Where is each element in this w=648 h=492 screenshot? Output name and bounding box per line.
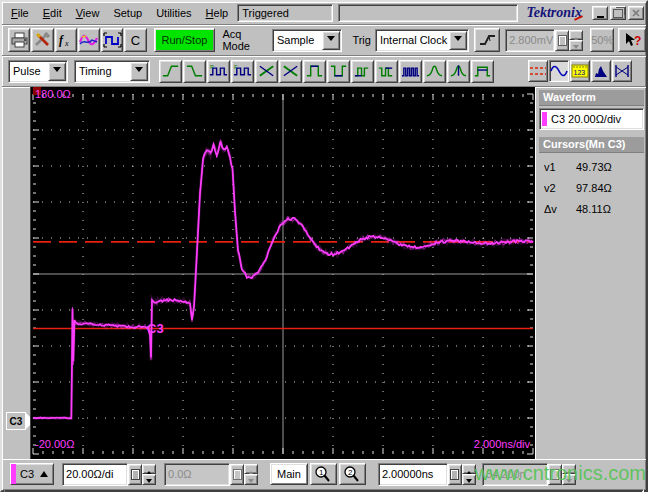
burst-button[interactable] [399, 60, 422, 83]
help-pointer-icon: ? [623, 32, 642, 48]
trig-source-value: Internal Clock [380, 34, 449, 46]
edge-rise-button[interactable] [159, 60, 182, 83]
trig-source-select[interactable]: Internal Clock [375, 29, 469, 52]
run-stop-button[interactable]: Run/Stop [154, 28, 216, 52]
fx-icon: f x [56, 32, 75, 48]
timebase-up-button[interactable] [462, 464, 476, 475]
menu-setup[interactable]: Setup [106, 4, 149, 22]
cursor-readout-v2: v297.84Ω [539, 177, 644, 198]
waveform-edit-button[interactable] [78, 28, 100, 52]
signal-type-dropdown-icon[interactable] [48, 62, 66, 81]
print-button[interactable] [8, 28, 30, 52]
measurement-button[interactable]: 123 [570, 60, 590, 82]
svg-text:x: x [64, 39, 69, 48]
pulse-negative-icon [329, 63, 348, 79]
burst-icon [401, 63, 420, 79]
menu-view[interactable]: View [69, 4, 107, 22]
mag2-button[interactable]: 2 [339, 463, 366, 485]
pulse-flat-top-button[interactable] [471, 60, 494, 83]
timebase-keypad-button[interactable] [448, 464, 462, 485]
menu-edit[interactable]: Edit [36, 4, 69, 22]
clear-button[interactable]: C [124, 28, 146, 52]
scope-display[interactable]: 180.0Ω -20.00Ω 2.000ns/div C3 [30, 87, 535, 459]
waveform-display-icon [550, 63, 568, 79]
menu-file[interactable]: File [4, 4, 36, 22]
position-percent-button[interactable]: 50% [590, 28, 614, 52]
pulse-edit-button[interactable] [101, 28, 123, 52]
cursors-icon [529, 63, 547, 79]
cross-fall-icon [281, 63, 300, 79]
measure-class-select[interactable]: Timing [74, 60, 150, 83]
trig-dropdown-icon[interactable] [449, 31, 467, 50]
trigger-status-text: Triggered [242, 7, 289, 19]
peak-tagged-button[interactable] [447, 60, 470, 83]
delay-field[interactable]: 34.200n [482, 463, 548, 486]
svg-text:?: ? [634, 34, 641, 48]
context-help-button[interactable]: ? [618, 28, 646, 52]
waveform-display-button[interactable] [549, 60, 569, 82]
close-button[interactable] [628, 6, 644, 20]
main-timebase-button[interactable]: Main [270, 463, 308, 485]
pulse-train-f-button[interactable]: F [231, 60, 254, 83]
vertical-offset-up-button[interactable] [244, 464, 258, 475]
vertical-offset-field[interactable]: 0.0Ω [164, 463, 230, 486]
acq-mode-select[interactable]: Sample [272, 29, 342, 52]
vertical-scale-down-button[interactable] [142, 474, 156, 485]
timebase-control: 2.00000ns [378, 463, 476, 486]
keypad-icon [450, 469, 459, 480]
timebase-value: 2.00000ns [382, 468, 433, 480]
menu-utilities[interactable]: Utilities [149, 4, 198, 22]
vertical-offset-down-button[interactable] [244, 474, 258, 485]
eye-diagram-button[interactable] [612, 60, 632, 82]
trig-level-down-button[interactable] [569, 40, 583, 51]
menu-help[interactable]: Help [199, 4, 236, 22]
cross-rise-button[interactable] [255, 60, 278, 83]
pulse-fall-step-icon [377, 63, 396, 79]
waveform-list-item[interactable]: C3 20.00Ω/div [539, 108, 644, 130]
pulse-rise-step-button[interactable] [351, 60, 374, 83]
restore-button[interactable] [610, 6, 626, 20]
cross-fall-button[interactable] [279, 60, 302, 83]
measure-button-strip: PF [158, 60, 494, 83]
scope-graticule[interactable] [31, 87, 535, 459]
delay-down-button[interactable] [562, 474, 576, 485]
edge-fall-button[interactable] [183, 60, 206, 83]
minimize-button[interactable] [592, 6, 608, 20]
formula-button[interactable]: f x [55, 28, 77, 52]
keypad-icon [550, 469, 559, 480]
vertical-scale-keypad-button[interactable] [128, 464, 142, 485]
peak-positive-icon [425, 63, 444, 79]
trig-level-field[interactable]: 2.800mV [505, 29, 555, 52]
timebase-down-button[interactable] [462, 474, 476, 485]
trig-slope-button[interactable] [474, 28, 500, 52]
edge-fall-icon [185, 63, 204, 79]
trig-level-up-button[interactable] [569, 30, 583, 41]
view-button-group: 123 [527, 60, 632, 82]
signal-type-select[interactable]: Pulse [8, 60, 68, 83]
pulse-train-f-icon: F [233, 63, 252, 79]
acq-mode-dropdown-icon[interactable] [322, 31, 340, 50]
mag1-button[interactable]: 1 [310, 463, 337, 485]
vertical-scale-field[interactable]: 20.00Ω/di [62, 463, 128, 486]
vertical-top-label: 180.0Ω [35, 89, 71, 100]
cursors-button[interactable] [528, 60, 548, 82]
histogram-button[interactable] [591, 60, 611, 82]
measure-class-dropdown-icon[interactable] [130, 62, 148, 81]
vertical-offset-value: 0.0Ω [168, 468, 192, 480]
edge-rise-icon [161, 63, 180, 79]
timebase-field[interactable]: 2.00000ns [378, 463, 448, 486]
svg-text:123: 123 [574, 69, 586, 76]
peak-positive-button[interactable] [423, 60, 446, 83]
vertical-offset-keypad-button[interactable] [230, 464, 244, 485]
channel-select-button[interactable]: C3 [10, 463, 54, 485]
pulse-fall-step-button[interactable] [375, 60, 398, 83]
status-box-empty [338, 4, 517, 22]
trig-level-keypad-button[interactable] [555, 30, 569, 51]
pulse-train-p-button[interactable]: P [207, 60, 230, 83]
delay-up-button[interactable] [562, 464, 576, 475]
vertical-scale-up-button[interactable] [142, 464, 156, 475]
pulse-positive-button[interactable] [303, 60, 326, 83]
pulse-negative-button[interactable] [327, 60, 350, 83]
delay-keypad-button[interactable] [548, 464, 562, 485]
tools-button[interactable] [31, 28, 53, 52]
